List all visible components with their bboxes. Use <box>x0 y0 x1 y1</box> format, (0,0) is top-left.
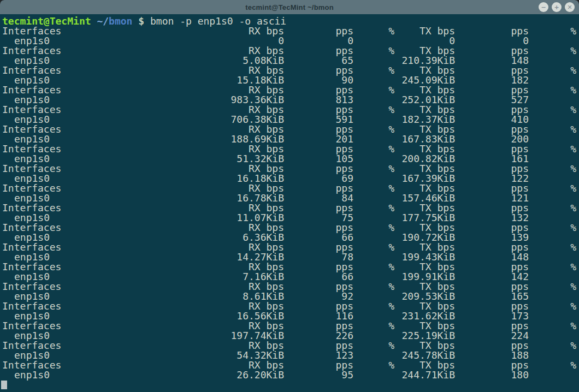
column-header: % <box>570 321 576 331</box>
column-header: % <box>570 46 576 56</box>
table-row: enp1s011.07KiB75177.75KiB132 <box>0 213 579 223</box>
table-row: enp1s05.08KiB65210.39KiB148 <box>0 56 579 66</box>
table-row: enp1s015.18KiB90245.09KiB182 <box>0 75 579 85</box>
tx-bps-value: 244.71KiB <box>401 370 455 380</box>
column-header: % <box>388 26 394 36</box>
column-header: % <box>570 85 576 95</box>
column-header: % <box>388 341 394 351</box>
text-cursor <box>1 381 7 389</box>
rx-bps-value: 26.20KiB <box>237 370 284 380</box>
column-header: % <box>388 183 394 193</box>
bmon-output: InterfacesRX bpspps%TX bpspps%enp1s00000… <box>0 26 579 380</box>
column-header: % <box>570 183 576 193</box>
column-header: % <box>570 66 576 75</box>
column-header: % <box>570 262 576 272</box>
column-header: % <box>388 242 394 252</box>
close-button[interactable]: ✕ <box>565 2 575 12</box>
cursor-line <box>0 380 579 390</box>
table-row: enp1s054.32KiB123245.78KiB188 <box>0 351 579 360</box>
window-title: tecmint@TecMint ~/bmon <box>245 3 334 11</box>
column-header: % <box>570 164 576 174</box>
rx-pps-value: 95 <box>341 370 353 380</box>
table-header-row: InterfacesRX bpspps%TX bpspps% <box>0 341 579 351</box>
column-header: % <box>570 203 576 213</box>
table-header-row: InterfacesRX bpspps%TX bpspps% <box>0 242 579 252</box>
table-header-row: InterfacesRX bpspps%TX bpspps% <box>0 203 579 213</box>
table-row: enp1s026.20KiB95244.71KiB180 <box>0 370 579 380</box>
table-row: enp1s07.16KiB66199.91KiB142 <box>0 272 579 282</box>
table-row: enp1s08.61KiB92209.53KiB165 <box>0 292 579 301</box>
prompt-path-dir: bmon <box>109 15 132 27</box>
close-icon: ✕ <box>567 4 572 11</box>
table-header-row: InterfacesRX bpspps%TX bpspps% <box>0 85 579 95</box>
column-header: % <box>570 144 576 154</box>
table-header-row: InterfacesRX bpspps%TX bpspps% <box>0 124 579 134</box>
table-row: enp1s016.56KiB116231.62KiB173 <box>0 311 579 321</box>
column-header: % <box>388 360 394 370</box>
column-header: % <box>570 242 576 252</box>
terminal-window: tecmint@TecMint ~/bmon − + ✕ tecmint@Tec… <box>0 0 579 392</box>
table-header-row: InterfacesRX bpspps%TX bpspps% <box>0 360 579 370</box>
column-header: % <box>570 124 576 134</box>
column-header: % <box>388 301 394 311</box>
table-header-row: InterfacesRX bpspps%TX bpspps% <box>0 105 579 115</box>
table-header-row: InterfacesRX bpspps%TX bpspps% <box>0 321 579 331</box>
table-header-row: InterfacesRX bpspps%TX bpspps% <box>0 301 579 311</box>
table-row: enp1s00000 <box>0 36 579 46</box>
prompt-dollar-sign: $ <box>132 15 150 27</box>
column-header: % <box>388 46 394 56</box>
column-header: % <box>570 26 576 36</box>
column-header: % <box>570 301 576 311</box>
column-header: % <box>570 282 576 292</box>
prompt-path-prefix: ~/ <box>91 15 109 27</box>
column-header: % <box>388 262 394 272</box>
table-row: enp1s0983.36KiB813252.01KiB527 <box>0 95 579 105</box>
table-header-row: InterfacesRX bpspps%TX bpspps% <box>0 262 579 272</box>
tx-pps-value: 180 <box>511 370 529 380</box>
table-header-row: InterfacesRX bpspps%TX bpspps% <box>0 66 579 75</box>
table-row: enp1s06.36KiB66190.72KiB139 <box>0 233 579 242</box>
column-header: % <box>388 321 394 331</box>
table-row: enp1s016.18KiB69167.39KiB122 <box>0 174 579 183</box>
table-row: enp1s051.32KiB105200.82KiB161 <box>0 154 579 164</box>
table-row: enp1s014.27KiB78199.43KiB148 <box>0 252 579 262</box>
table-header-row: InterfacesRX bpspps%TX bpspps% <box>0 46 579 56</box>
maximize-button[interactable]: + <box>552 2 562 12</box>
column-header: % <box>570 341 576 351</box>
column-header: % <box>388 144 394 154</box>
maximize-icon: + <box>554 4 559 11</box>
column-header: % <box>388 282 394 292</box>
column-header: % <box>388 105 394 115</box>
column-header: % <box>388 66 394 75</box>
prompt-line: tecmint@TecMint ~/bmon $ bmon -p enp1s0 … <box>0 16 579 26</box>
titlebar[interactable]: tecmint@TecMint ~/bmon − + ✕ <box>0 0 579 14</box>
column-header: % <box>570 223 576 233</box>
column-header: % <box>570 360 576 370</box>
table-row: enp1s016.78KiB84157.46KiB121 <box>0 193 579 203</box>
table-row: enp1s0706.38KiB591182.37KiB410 <box>0 115 579 124</box>
table-header-row: InterfacesRX bpspps%TX bpspps% <box>0 183 579 193</box>
column-header: % <box>388 85 394 95</box>
table-header-row: InterfacesRX bpspps%TX bpspps% <box>0 26 579 36</box>
terminal-screen[interactable]: tecmint@TecMint ~/bmon $ bmon -p enp1s0 … <box>0 14 579 392</box>
minimize-button[interactable]: − <box>539 2 548 12</box>
column-header: % <box>388 203 394 213</box>
window-buttons: − + ✕ <box>539 0 575 14</box>
table-row: enp1s0188.69KiB201167.83KiB200 <box>0 134 579 144</box>
interface-name: enp1s0 <box>14 370 50 380</box>
table-header-row: InterfacesRX bpspps%TX bpspps% <box>0 144 579 154</box>
table-header-row: InterfacesRX bpspps%TX bpspps% <box>0 282 579 292</box>
column-header: % <box>570 105 576 115</box>
column-header: % <box>388 164 394 174</box>
table-row: enp1s0197.74KiB226225.19KiB224 <box>0 331 579 341</box>
minimize-icon: − <box>541 4 546 11</box>
table-header-row: InterfacesRX bpspps%TX bpspps% <box>0 164 579 174</box>
column-header: % <box>388 124 394 134</box>
column-header: % <box>388 223 394 233</box>
table-header-row: InterfacesRX bpspps%TX bpspps% <box>0 223 579 233</box>
